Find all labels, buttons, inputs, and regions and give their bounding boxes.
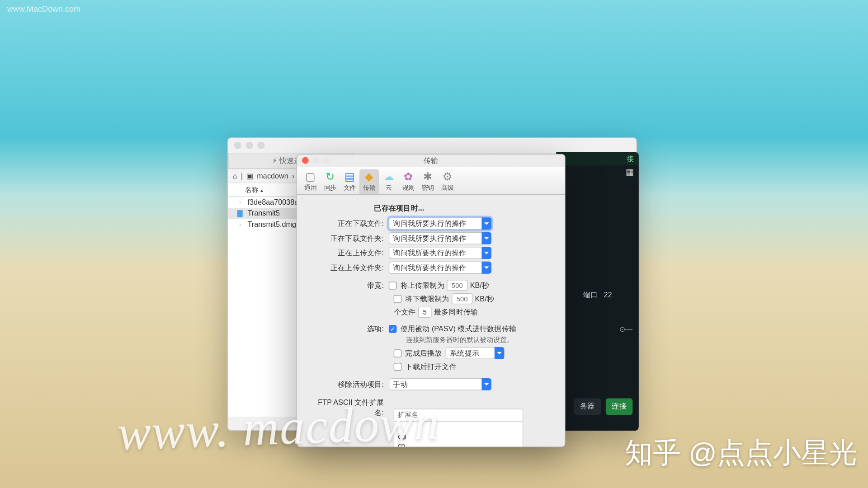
doc-icon: ▫ xyxy=(236,198,244,206)
label-options: 选项: xyxy=(316,324,389,334)
tab-sync[interactable]: ↻同步 xyxy=(320,169,340,194)
ext-item[interactable]: cgi xyxy=(398,432,519,441)
select-remove[interactable]: 手动 xyxy=(389,378,491,390)
port-field[interactable]: 端口22 xyxy=(556,290,639,300)
checkbox-pasv[interactable] xyxy=(389,325,397,333)
checkbox-limit-upload[interactable] xyxy=(389,282,397,290)
titlebar xyxy=(228,138,636,153)
server-button[interactable]: 务器 xyxy=(574,399,601,415)
play-after-label: 完成后播放 xyxy=(405,348,442,358)
label-dl-folder: 正在下载文件夹: xyxy=(316,233,389,244)
preferences-window: 传输 ▢通用 ↻同步 ▤文件 ◆传输 ☁云 ✿规则 ✱密钥 ⚙高级 已存在项目时… xyxy=(297,154,566,447)
select-ul-file[interactable]: 询问我所要执行的操作 xyxy=(389,247,491,259)
grid-icon[interactable]: ▦ xyxy=(556,167,639,177)
checkbox-play-sound[interactable] xyxy=(394,349,402,357)
connect-button[interactable]: 连接 xyxy=(606,399,632,415)
select-sound[interactable]: 系统提示 xyxy=(446,347,505,359)
tab-files[interactable]: ▤文件 xyxy=(340,169,359,194)
label-ul-file: 正在上传文件: xyxy=(316,248,389,258)
checkbox-limit-download[interactable] xyxy=(394,295,402,303)
label-bandwidth: 带宽: xyxy=(316,280,389,291)
chevron-down-icon xyxy=(481,378,491,390)
ext-header: 扩展名 xyxy=(394,408,524,421)
label-ul-folder: 正在上传文件夹: xyxy=(316,263,389,273)
checkbox-open-after[interactable] xyxy=(394,363,402,371)
key-icon[interactable]: ⊙— xyxy=(556,325,639,333)
tab-general[interactable]: ▢通用 xyxy=(301,169,320,194)
home-icon: ⌂ xyxy=(233,172,237,180)
files-suffix: 最多同时传输 xyxy=(434,307,478,317)
select-dl-file[interactable]: 询问我所要执行的操作 xyxy=(389,217,491,230)
concurrent-field[interactable] xyxy=(418,307,432,318)
unit-label: KB/秒 xyxy=(470,280,489,291)
ext-list[interactable]: c cgi cp cpp css xyxy=(394,422,524,446)
select-ul-folder[interactable]: 询问我所要执行的操作 xyxy=(389,262,491,274)
chevron-down-icon xyxy=(481,247,491,259)
label-dl-file: 正在下载文件: xyxy=(316,218,389,229)
limit-upload-label: 将上传限制为 xyxy=(401,280,444,291)
minimize-icon[interactable] xyxy=(312,157,319,164)
remote-tab[interactable]: 接 xyxy=(556,152,639,166)
tab-transfer[interactable]: ◆传输 xyxy=(359,169,379,194)
folder-icon: ▇ xyxy=(236,209,244,217)
chevron-down-icon xyxy=(495,347,505,359)
label-ascii: FTP ASCII 文件扩展名: xyxy=(316,396,389,418)
limit-download-label: 将下载限制为 xyxy=(405,294,449,304)
pasv-hint: 连接到新服务器时的默认被动设置。 xyxy=(406,335,547,344)
tab-advanced[interactable]: ⚙高级 xyxy=(438,169,457,194)
pref-toolbar: ▢通用 ↻同步 ▤文件 ◆传输 ☁云 ✿规则 ✱密钥 ⚙高级 xyxy=(297,167,565,195)
credit-text: 知乎 @点点小星光 xyxy=(625,434,857,472)
section-title: 已存在项目时... xyxy=(374,203,546,214)
chevron-down-icon xyxy=(481,217,491,230)
close-icon[interactable] xyxy=(302,157,309,164)
tab-cloud[interactable]: ☁云 xyxy=(379,169,398,194)
chevron-down-icon xyxy=(481,262,491,274)
doc-icon: ▫ xyxy=(236,220,244,229)
open-after-label: 下载后打开文件 xyxy=(405,361,457,372)
ext-item[interactable]: cp xyxy=(398,441,519,446)
pasv-label: 使用被动 (PASV) 模式进行数据传输 xyxy=(401,324,517,334)
disk-icon: ▣ xyxy=(246,172,253,180)
limit-upload-field[interactable] xyxy=(447,280,467,291)
close-icon[interactable] xyxy=(234,142,241,149)
limit-download-field[interactable] xyxy=(452,293,472,304)
label-remove: 移除活动项目: xyxy=(316,379,389,389)
chevron-down-icon xyxy=(481,232,491,244)
files-prefix: 个文件 xyxy=(394,307,416,317)
zoom-icon[interactable] xyxy=(257,142,264,149)
select-dl-folder[interactable]: 询问我所要执行的操作 xyxy=(389,232,491,244)
unit-label: KB/秒 xyxy=(475,294,494,304)
tab-keys[interactable]: ✱密钥 xyxy=(418,169,438,194)
tab-rules[interactable]: ✿规则 xyxy=(399,169,418,194)
remote-pane: 接 ▦ 端口22 ⊙— 务器 连接 xyxy=(556,152,639,431)
window-title: 传输 xyxy=(297,155,565,167)
minimize-icon[interactable] xyxy=(246,142,253,149)
ext-item[interactable]: c xyxy=(398,423,519,432)
zoom-icon[interactable] xyxy=(323,157,330,164)
